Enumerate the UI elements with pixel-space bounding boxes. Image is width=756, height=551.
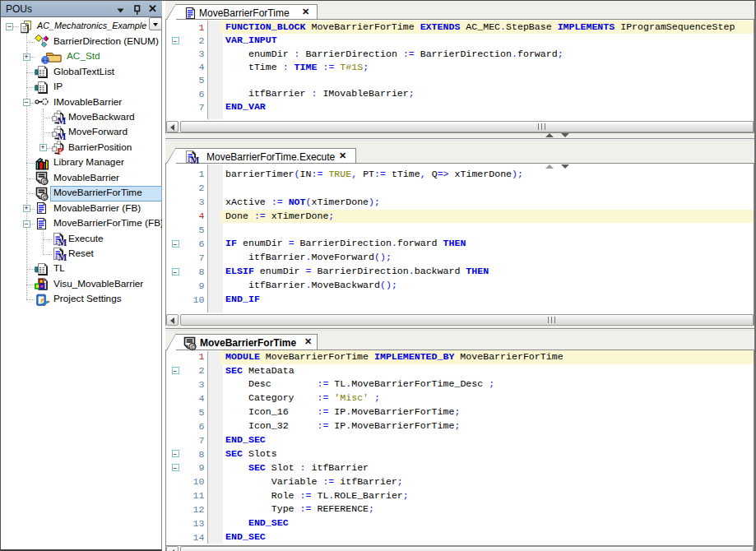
svg-text:M: M — [57, 131, 66, 140]
svg-text:@: @ — [42, 178, 48, 186]
svg-text:P: P — [57, 146, 63, 155]
svg-text:M: M — [57, 116, 66, 125]
svg-text:M: M — [58, 238, 67, 247]
svg-text:M: M — [58, 252, 67, 262]
svg-text:@: @ — [42, 193, 48, 201]
